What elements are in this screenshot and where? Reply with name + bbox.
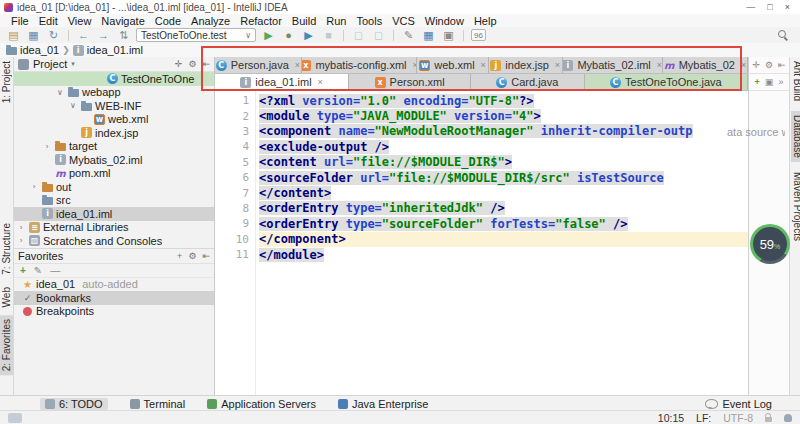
layout-grid-icon[interactable]: ▦ [421,28,436,42]
menu-navigate[interactable]: Navigate [96,15,149,27]
locate-icon[interactable]: ✛ [752,60,760,70]
run-config-select[interactable]: TestOneToOne.test∨ [136,28,256,42]
tree-expander-icon[interactable]: ∨ [68,101,78,110]
tree-item-web-inf[interactable]: ∨WEB-INF [14,99,214,113]
tool-button-maven-projects[interactable]: Maven Projects [791,168,800,245]
favorites-item-idea_01[interactable]: ★idea_01auto-added [14,278,214,292]
tree-expander-icon[interactable]: › [29,182,39,191]
tree-item-scratches-and-consoles[interactable]: ›▧Scratches and Consoles [14,234,214,248]
changes-window-icon[interactable]: ▣ [441,28,456,42]
toolwindow-button-java-enterprise[interactable]: Java Enterprise [338,398,428,410]
code-line-7[interactable]: 7 </content> [215,185,748,200]
close-tab-icon[interactable]: × [741,60,746,70]
code-line-10[interactable]: 10 </component> [215,232,748,247]
plus-icon[interactable]: + [177,251,182,261]
collapse-expand-icon[interactable]: ⇅ [116,28,131,42]
tree-expander-icon[interactable]: › [16,236,26,245]
favorites-item-bookmarks[interactable]: ✓Bookmarks [14,291,214,305]
save-icon[interactable]: ▦ [26,28,41,42]
add-icon[interactable]: + [20,265,26,276]
menu-build[interactable]: Build [287,15,321,27]
breadcrumb-item[interactable]: iidea_01.iml [73,44,143,56]
remove-icon[interactable]: — [50,265,60,276]
tree-item-out[interactable]: ›out [14,180,214,194]
breadcrumb-item[interactable]: idea_01 [6,44,59,56]
readonly-lock-icon[interactable] [765,417,772,422]
code-line-5[interactable]: 5 <content url="file://$MODULE_DIR$"> [215,155,748,170]
restore-button[interactable]: □ [767,2,772,12]
hide-panel-icon[interactable]: ⇤ [202,59,210,69]
editor-tab-mybatis-config-xml[interactable]: xmybatis-config.xml× [302,57,418,73]
code-line-8[interactable]: 8 <orderEntry type="inheritedJdk" /> [215,201,748,216]
tool-button-web[interactable]: Web [0,283,13,311]
toolwindow-button-application-servers[interactable]: Application Servers [207,398,316,410]
editor-tab-mybatis-02-iml[interactable]: iMybatis_02.iml× [563,57,663,73]
tree-item-webapp[interactable]: ∨webapp [14,86,214,100]
settings-gear-icon[interactable]: ⚙ [188,59,196,69]
editor-tab-index-jsp[interactable]: jindex.jsp× [489,57,563,73]
editor-tab-testonetoone-java[interactable]: CTestOneToOne.java [585,74,748,90]
favorites-panel-title[interactable]: Favorites [18,250,63,262]
toolwindow-button-6-todo[interactable]: 6: TODO [40,398,108,410]
stop-icon[interactable]: ■ [321,28,336,42]
attach-debugger-icon[interactable]: ◻ [351,28,366,42]
tree-item-idea-01-iml[interactable]: iidea_01.iml [14,207,214,221]
menu-file[interactable]: File [6,15,34,27]
profiler-icon[interactable]: ◻ [371,28,386,42]
tree-item-external-libraries[interactable]: ›≡External Libraries [14,221,214,235]
minimize-button[interactable]: — [746,2,755,12]
forward-arrow-icon[interactable]: → [96,28,111,42]
menu-window[interactable]: Window [420,15,469,27]
code-line-4[interactable]: 4 <exclude-output /> [215,139,748,154]
code-line-6[interactable]: 6 <sourceFolder url="file://$MODULE_DIR$… [215,170,748,185]
menu-view[interactable]: View [63,15,97,27]
close-tab-icon[interactable]: × [318,77,323,87]
caret-position[interactable]: 10:15 [658,412,684,424]
menu-code[interactable]: Code [150,15,186,27]
tree-item-target[interactable]: ›target [14,140,214,154]
tree-expander-icon[interactable]: › [16,223,26,232]
menu-analyze[interactable]: Analyze [186,15,235,27]
tree-item-index-jsp[interactable]: jindex.jsp [14,126,214,140]
menu-run[interactable]: Run [321,15,351,27]
toolwindow-switcher-icon[interactable] [8,413,22,423]
run-icon[interactable]: ▶ [261,28,276,42]
toolbar-doc-badge[interactable]: 96 [471,29,486,41]
menu-refactor[interactable]: Refactor [235,15,287,27]
close-tab-icon[interactable]: × [657,60,662,70]
editor-tab-person-xml[interactable]: xPerson.xml [349,74,471,90]
file-encoding[interactable]: UTF-8 [723,412,753,424]
code-line-3[interactable]: 3 <component name="NewModuleRootManager"… [215,124,748,139]
tree-item-web-xml[interactable]: wweb.xml [14,113,214,127]
debug-icon[interactable]: ● [281,28,296,42]
hide-panel-icon[interactable]: ⇤ [778,60,786,70]
locate-icon[interactable]: ✛ [175,59,183,69]
line-separator[interactable]: LF: [696,412,711,424]
sync-icon[interactable]: ↻ [46,28,61,42]
tree-item-testonetoone[interactable]: CTestOneToOne [14,72,214,86]
close-tab-icon[interactable]: × [555,60,560,70]
copy-icon[interactable]: ▣ [765,77,774,87]
event-log-button[interactable]: Event Log [705,398,772,410]
tool-button-7-structure[interactable]: 7: Structure [0,219,13,279]
tool-button-1-project[interactable]: 1: Project [0,57,13,107]
toolwindow-button-terminal[interactable]: Terminal [130,398,186,410]
close-tab-icon[interactable]: × [481,60,486,70]
tree-item-pom-xml[interactable]: mpom.xml [14,167,214,181]
menu-help[interactable]: Help [469,15,502,27]
tree-item-mybatis-02-iml[interactable]: iMybatis_02.iml [14,153,214,167]
tool-button-ant-build[interactable]: Ant Build [791,57,800,105]
code-line-2[interactable]: 2<module type="JAVA_MODULE" version="4"> [215,108,748,123]
editor-tab-person-java[interactable]: CPerson.java× [215,57,302,73]
code-line-1[interactable]: 1<?xml version="1.0" encoding="UTF-8"?> [215,93,748,108]
hide-panel-icon[interactable]: ⇤ [202,251,210,261]
progress-badge[interactable]: 59% [750,224,790,264]
edit-pencil-icon[interactable]: ✎ [401,28,416,42]
edit-pencil-icon[interactable]: ✎ [34,265,42,276]
back-arrow-icon[interactable]: ← [76,28,91,42]
tool-button-database[interactable]: Database [791,111,800,162]
editor-tab-web-xml[interactable]: wweb.xml× [417,57,488,73]
open-folder-icon[interactable]: ▤ [6,28,21,42]
editor-tab-card-java[interactable]: CCard.java [471,74,585,90]
add-icon[interactable]: + [755,77,760,87]
